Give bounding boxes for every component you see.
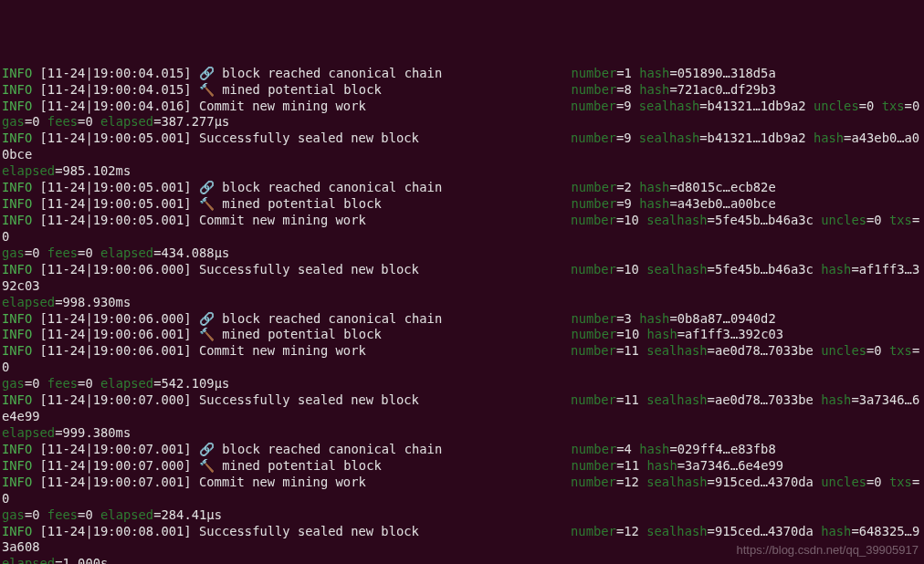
log-message: mined potential block [222, 82, 381, 97]
log-icon: 🔨 [199, 458, 215, 473]
log-timestamp: [11-24|19:00:08.001] [40, 524, 192, 538]
log-line: INFO [11-24|19:00:06.000] Successfully s… [2, 262, 919, 309]
log-level: INFO [2, 213, 32, 227]
log-timestamp: [11-24|19:00:07.000] [40, 392, 192, 407]
log-message: mined potential block [222, 196, 381, 211]
log-timestamp: [11-24|19:00:05.001] [40, 180, 192, 194]
log-timestamp: [11-24|19:00:05.001] [40, 196, 192, 211]
terminal-output: INFO [11-24|19:00:04.015] 🔗 block reache… [0, 66, 924, 564]
log-level: INFO [2, 99, 32, 113]
log-timestamp: [11-24|19:00:07.001] [40, 475, 192, 489]
log-level: INFO [2, 66, 32, 80]
log-timestamp: [11-24|19:00:06.001] [40, 343, 192, 358]
log-line: INFO [11-24|19:00:07.001] 🔗 block reache… [2, 442, 776, 456]
log-icon: 🔗 [199, 311, 215, 326]
log-message: block reached canonical chain [222, 442, 442, 456]
log-timestamp: [11-24|19:00:04.016] [40, 99, 192, 113]
log-level: INFO [2, 180, 32, 194]
log-level: INFO [2, 196, 32, 211]
log-message: block reached canonical chain [222, 180, 442, 194]
log-line: INFO [11-24|19:00:05.001] Commit new min… [2, 213, 919, 260]
log-timestamp: [11-24|19:00:04.015] [40, 82, 192, 97]
log-timestamp: [11-24|19:00:06.000] [40, 262, 192, 277]
log-message: Successfully sealed new block [199, 524, 419, 538]
log-timestamp: [11-24|19:00:07.001] [40, 442, 192, 456]
log-line: INFO [11-24|19:00:06.000] 🔗 block reache… [2, 311, 776, 326]
log-icon: 🔨 [199, 82, 215, 97]
log-message: mined potential block [222, 458, 381, 473]
log-timestamp: [11-24|19:00:04.015] [40, 66, 192, 80]
log-level: INFO [2, 392, 32, 407]
log-line: INFO [11-24|19:00:04.015] 🔗 block reache… [2, 66, 776, 80]
log-message: Successfully sealed new block [199, 392, 419, 407]
log-line: INFO [11-24|19:00:05.001] Successfully s… [2, 131, 919, 178]
log-message: Commit new mining work [199, 475, 366, 489]
log-message: Successfully sealed new block [199, 131, 419, 145]
log-line: INFO [11-24|19:00:07.001] Commit new min… [2, 475, 919, 522]
log-message: block reached canonical chain [222, 311, 442, 326]
log-line: INFO [11-24|19:00:05.001] 🔨 mined potent… [2, 196, 776, 211]
log-line: INFO [11-24|19:00:04.016] Commit new min… [2, 99, 919, 130]
log-level: INFO [2, 343, 32, 358]
log-message: mined potential block [222, 327, 381, 341]
log-icon: 🔗 [199, 180, 215, 194]
log-line: INFO [11-24|19:00:06.001] 🔨 mined potent… [2, 327, 783, 341]
log-level: INFO [2, 82, 32, 97]
log-line: INFO [11-24|19:00:04.015] 🔨 mined potent… [2, 82, 776, 97]
log-icon: 🔗 [199, 66, 215, 80]
log-line: INFO [11-24|19:00:07.000] 🔨 mined potent… [2, 458, 783, 473]
log-level: INFO [2, 475, 32, 489]
log-message: Successfully sealed new block [199, 262, 419, 277]
log-icon: 🔨 [199, 196, 215, 211]
log-level: INFO [2, 311, 32, 326]
log-line: INFO [11-24|19:00:05.001] 🔗 block reache… [2, 180, 776, 194]
log-message: block reached canonical chain [222, 66, 442, 80]
log-timestamp: [11-24|19:00:07.000] [40, 458, 192, 473]
log-level: INFO [2, 458, 32, 473]
log-message: Commit new mining work [199, 99, 366, 113]
log-level: INFO [2, 262, 32, 277]
log-icon: 🔨 [199, 327, 215, 341]
log-message: Commit new mining work [199, 213, 366, 227]
log-timestamp: [11-24|19:00:06.000] [40, 311, 192, 326]
log-level: INFO [2, 327, 32, 341]
log-line: INFO [11-24|19:00:06.001] Commit new min… [2, 343, 919, 391]
log-icon: 🔗 [199, 442, 215, 456]
log-timestamp: [11-24|19:00:06.001] [40, 327, 192, 341]
log-level: INFO [2, 524, 32, 538]
log-line: INFO [11-24|19:00:08.001] Successfully s… [2, 524, 919, 565]
log-message: Commit new mining work [199, 343, 366, 358]
log-timestamp: [11-24|19:00:05.001] [40, 131, 192, 145]
log-line: INFO [11-24|19:00:07.000] Successfully s… [2, 392, 919, 440]
log-level: INFO [2, 442, 32, 456]
log-level: INFO [2, 131, 32, 145]
log-timestamp: [11-24|19:00:05.001] [40, 213, 192, 227]
